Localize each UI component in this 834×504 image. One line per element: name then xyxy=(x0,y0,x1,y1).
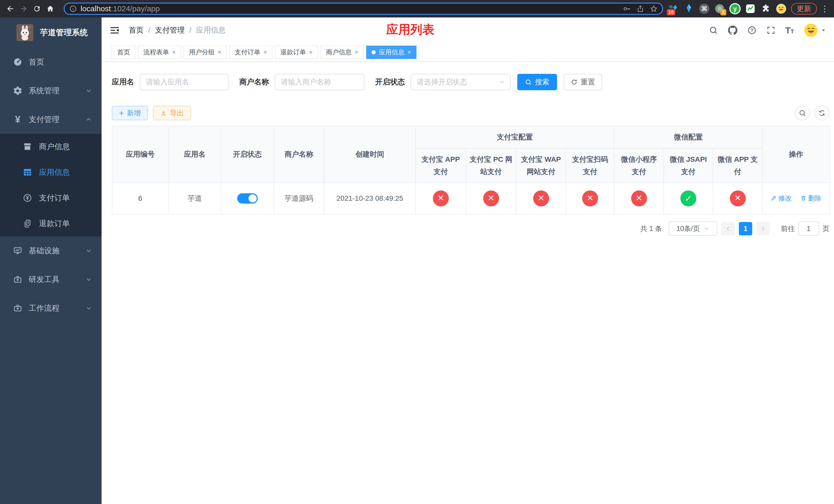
user-avatar-menu[interactable] xyxy=(804,23,826,38)
sidebar-item-app-info[interactable]: 应用信息 xyxy=(0,159,102,185)
browser-forward-button[interactable] xyxy=(17,2,30,15)
sidebar-item-label: 系统管理 xyxy=(29,86,60,96)
extension-y-icon[interactable]: y xyxy=(729,3,741,14)
cell-created: 2021-10-23 08:49:25 xyxy=(324,183,415,214)
extension-recorder-icon[interactable]: 1 xyxy=(714,3,725,14)
github-link[interactable] xyxy=(728,25,738,35)
tag-user-group[interactable]: 用户分组× xyxy=(184,46,227,59)
close-icon[interactable]: × xyxy=(408,49,411,55)
navbar-actions: ? TT xyxy=(709,23,826,38)
browser-profile-avatar[interactable] xyxy=(775,3,787,14)
delete-link[interactable]: 删除 xyxy=(800,194,821,203)
alipay-qr-status-icon xyxy=(582,190,598,206)
font-size-button[interactable]: TT xyxy=(785,25,794,36)
breadcrumb-home[interactable]: 首页 xyxy=(129,25,144,36)
status-select-placeholder: 请选择开启状态 xyxy=(417,77,499,87)
close-icon[interactable]: × xyxy=(218,49,221,55)
password-key-button[interactable] xyxy=(623,5,631,13)
browser-back-button[interactable] xyxy=(4,2,17,15)
sidebar-item-system[interactable]: 系统管理 xyxy=(0,76,102,105)
extensions-puzzle-button[interactable] xyxy=(760,3,771,14)
edit-link[interactable]: 修改 xyxy=(771,194,792,203)
col-header-app-name: 应用名 xyxy=(169,126,221,183)
info-icon xyxy=(69,5,77,13)
extension-command-icon[interactable]: ⌘ xyxy=(699,3,710,14)
fullscreen-button[interactable] xyxy=(766,26,775,35)
status-toggle[interactable] xyxy=(237,193,258,204)
extension-tabs-icon[interactable]: 10 xyxy=(668,3,679,14)
sidebar-item-merchant-info[interactable]: 商户信息 xyxy=(0,134,102,159)
cell-merchant: 芋道源码 xyxy=(273,183,324,214)
share-button[interactable] xyxy=(637,5,644,13)
page-size-select[interactable]: 10条/页 xyxy=(668,222,717,236)
goto-page-input[interactable] xyxy=(798,222,819,236)
reset-button[interactable]: 重置 xyxy=(564,74,602,90)
browser-update-button[interactable]: 更新 xyxy=(791,3,817,15)
url-host: localhost xyxy=(81,4,111,13)
avatar-emoji xyxy=(804,23,818,38)
app-table: 应用编号 应用名 开启状态 商户名称 创建时间 支付宝配置 微信配置 操作 支付… xyxy=(112,125,830,214)
extension-kite-icon[interactable] xyxy=(683,3,695,14)
tag-refund-orders[interactable]: 退款订单× xyxy=(275,46,318,59)
next-page-button[interactable] xyxy=(756,222,770,235)
sidebar-item-dev-tools[interactable]: 研发工具 xyxy=(0,265,102,294)
close-icon[interactable]: × xyxy=(355,49,358,55)
page-title: 应用列表 xyxy=(386,22,435,38)
github-icon xyxy=(728,25,738,35)
sidebar-item-label: 应用信息 xyxy=(39,167,70,178)
prev-page-button[interactable] xyxy=(721,222,735,235)
close-icon[interactable]: × xyxy=(309,49,313,55)
group-header-wechat: 微信配置 xyxy=(614,126,763,148)
download-icon xyxy=(160,110,167,116)
sidebar-item-workflow[interactable]: 工作流程 xyxy=(0,294,102,322)
header-search-button[interactable] xyxy=(709,26,718,35)
page-number-active[interactable]: 1 xyxy=(739,222,752,235)
sidebar-item-home[interactable]: 首页 xyxy=(0,48,102,76)
sidebar-item-pay-orders[interactable]: 支付订单 xyxy=(0,185,102,211)
briefcase-icon xyxy=(12,303,23,313)
breadcrumb-separator: / xyxy=(148,26,150,35)
col-header-app-id: 应用编号 xyxy=(112,126,169,183)
sidebar-item-refund-orders[interactable]: 退款订单 xyxy=(0,211,102,236)
browser-menu-button[interactable]: ⋮ xyxy=(819,4,830,14)
sidebar-item-payment[interactable]: ¥ 支付管理 xyxy=(0,105,102,134)
refresh-table-button[interactable] xyxy=(814,106,829,120)
status-select[interactable]: 请选择开启状态 xyxy=(411,74,511,90)
tag-label: 流程表单 xyxy=(144,48,169,56)
bookmark-star-button[interactable] xyxy=(650,5,658,13)
sidebar-item-label: 工作流程 xyxy=(29,303,60,314)
breadcrumb-payment[interactable]: 支付管理 xyxy=(155,25,185,36)
back-icon xyxy=(6,4,15,13)
sidebar-collapse-button[interactable] xyxy=(109,25,120,36)
extension-badge: 10 xyxy=(667,9,675,15)
sidebar-item-infrastructure[interactable]: 基础设施 xyxy=(0,236,102,265)
tag-process-form[interactable]: 流程表单× xyxy=(138,46,181,59)
tag-app-info-active[interactable]: 应用信息× xyxy=(366,46,416,59)
url-bar[interactable]: localhost:1024/pay/app xyxy=(64,3,663,15)
export-button[interactable]: 导出 xyxy=(153,106,191,120)
edit-pen-icon xyxy=(771,195,777,201)
tag-home[interactable]: 首页 xyxy=(112,46,135,59)
browser-home-button[interactable] xyxy=(44,2,57,15)
extension-chart-icon[interactable] xyxy=(745,3,756,14)
table-row: 6 芋道 芋道源码 2021-10-23 08:49:25 xyxy=(112,183,830,214)
sidebar-item-label: 基础设施 xyxy=(29,246,60,256)
tag-label: 支付订单 xyxy=(235,48,260,56)
tag-pay-orders[interactable]: 支付订单× xyxy=(229,46,272,59)
screen: localhost:1024/pay/app 10 ⌘ xyxy=(0,0,834,504)
close-icon[interactable]: × xyxy=(263,49,267,55)
toggle-search-button[interactable] xyxy=(795,106,810,120)
tag-merchant-info[interactable]: 商户信息× xyxy=(321,46,364,59)
add-button[interactable]: + 新增 xyxy=(112,106,148,120)
app-name-label: 应用名 xyxy=(112,77,134,87)
tag-label: 商户信息 xyxy=(326,48,352,56)
browser-reload-button[interactable] xyxy=(30,2,44,15)
chevron-down-icon xyxy=(85,247,92,254)
kite-icon xyxy=(684,4,694,14)
sidebar-logo-row[interactable]: 芋道管理系统 xyxy=(0,18,102,48)
merchant-name-input[interactable] xyxy=(275,74,365,90)
app-name-input[interactable] xyxy=(140,74,228,90)
search-button[interactable]: 搜索 xyxy=(517,74,557,90)
close-icon[interactable]: × xyxy=(172,49,176,55)
help-button[interactable]: ? xyxy=(747,26,756,35)
